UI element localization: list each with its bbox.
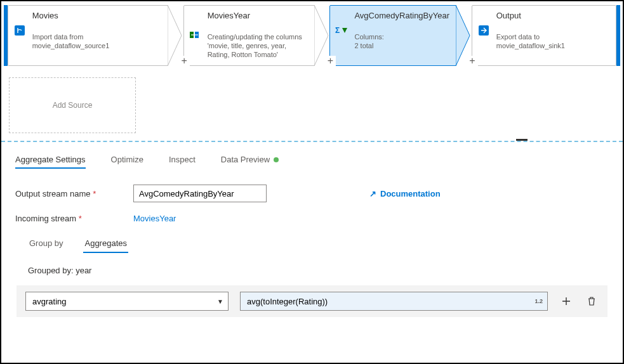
add-step-button[interactable]: + (324, 56, 336, 67)
documentation-label: Documentation (380, 189, 441, 198)
node-title: AvgComedyRatingByYear (354, 11, 449, 20)
aggregate-column-input[interactable] (25, 292, 229, 311)
svg-text:Σ: Σ (335, 26, 340, 35)
source-icon (8, 6, 31, 56)
flow-canvas: Movies Import data from movie_dataflow_s… (1, 1, 623, 66)
documentation-link[interactable]: ↗ Documentation (369, 189, 441, 198)
add-source-button[interactable]: Add Source (9, 77, 136, 133)
aggregate-subtabs: Group by Aggregates (28, 235, 609, 252)
subtab-groupby[interactable]: Group by (28, 235, 64, 252)
add-step-button[interactable]: + (467, 56, 478, 67)
settings-panel: Aggregate Settings Optimize Inspect Data… (1, 142, 623, 326)
aggregate-column-select[interactable]: ▼ (25, 292, 229, 311)
tab-inspect[interactable]: Inspect (169, 151, 196, 168)
node-title: Output (496, 11, 609, 20)
output-stream-input[interactable] (133, 185, 267, 202)
aggregate-icon: Σ (330, 6, 353, 56)
incoming-stream-link[interactable]: MoviesYear (133, 214, 176, 223)
aggregate-row: ▼ 1.2 (17, 285, 607, 317)
svg-marker-6 (342, 28, 347, 33)
tab-data-preview[interactable]: Data Preview (221, 151, 279, 168)
columns-label: Columns: (354, 33, 383, 41)
node-subtitle: Import data from movie_dataflow_source1 (32, 33, 162, 51)
tab-aggregate-settings[interactable]: Aggregate Settings (15, 151, 86, 168)
flow-node-moviesyear[interactable]: MoviesYear Creating/updating the columns… (183, 5, 329, 66)
external-link-icon: ↗ (369, 189, 376, 198)
grouped-by-label: Grouped by: year (28, 266, 609, 275)
status-dot-icon (274, 157, 279, 162)
incoming-stream-label: Incoming stream * (15, 214, 117, 223)
node-subtitle: Export data to movie_dataflow_sink1 (496, 33, 609, 51)
aggregate-expression-input[interactable] (240, 292, 548, 311)
flow-node-avgcomedy[interactable]: Σ AvgComedyRatingByYear Columns: 2 total… (329, 5, 472, 66)
flow-node-output[interactable]: Output Export data to movie_dataflow_sin… (472, 5, 620, 66)
delete-aggregate-button[interactable] (585, 294, 599, 308)
columns-value: 2 total (354, 42, 373, 49)
panel-divider[interactable] (1, 141, 623, 142)
output-stream-label: Output stream name * (15, 189, 117, 198)
add-step-button[interactable]: + (178, 56, 190, 67)
sink-icon (472, 6, 495, 56)
tab-data-preview-label: Data Preview (221, 155, 270, 164)
node-title: Movies (32, 11, 162, 20)
trash-icon (587, 297, 596, 306)
flow-node-movies[interactable]: Movies Import data from movie_dataflow_s… (4, 5, 183, 66)
plus-icon (562, 297, 571, 306)
subtab-aggregates[interactable]: Aggregates (83, 235, 128, 252)
expression-type-badge: 1.2 (534, 298, 543, 304)
node-subtitle: Creating/updating the columns 'movie, ti… (208, 33, 308, 59)
tab-optimize[interactable]: Optimize (111, 151, 143, 168)
add-aggregate-button[interactable] (559, 294, 573, 308)
main-tabs: Aggregate Settings Optimize Inspect Data… (15, 151, 609, 168)
svg-rect-0 (15, 25, 25, 36)
node-title: MoviesYear (208, 11, 308, 20)
